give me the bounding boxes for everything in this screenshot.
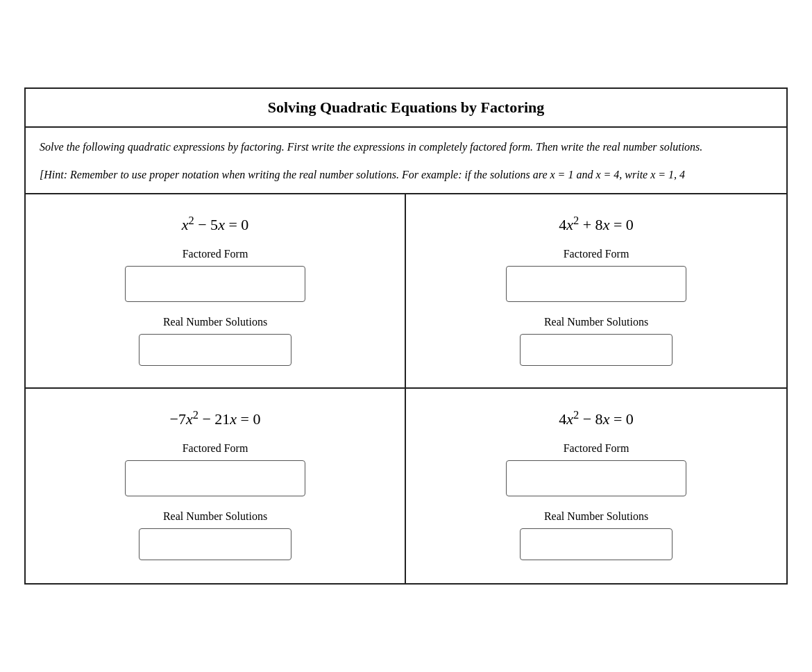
problems-grid: x2 − 5x = 0 Factored Form Real Number So… — [26, 194, 786, 583]
equation-3: −7x2 − 21x = 0 — [169, 408, 260, 428]
instructions-hint: [Hint: Remember to use proper notation w… — [40, 167, 772, 183]
solutions-input-3[interactable] — [139, 528, 291, 560]
solutions-input-4[interactable] — [520, 528, 673, 560]
solutions-label-4: Real Number Solutions — [544, 510, 648, 523]
page-title: Solving Quadratic Equations by Factoring — [268, 99, 545, 116]
problem-cell-4: 4x2 − 8x = 0 Factored Form Real Number S… — [406, 389, 786, 583]
problem-cell-1: x2 − 5x = 0 Factored Form Real Number So… — [26, 194, 406, 389]
factored-form-input-4[interactable] — [506, 460, 686, 496]
problem-cell-3: −7x2 − 21x = 0 Factored Form Real Number… — [26, 389, 406, 583]
equation-4: 4x2 − 8x = 0 — [559, 408, 634, 428]
problem-cell-2: 4x2 + 8x = 0 Factored Form Real Number S… — [406, 194, 786, 389]
worksheet: Solving Quadratic Equations by Factoring… — [24, 87, 788, 585]
instructions-main: Solve the following quadratic expression… — [40, 139, 772, 156]
solutions-input-1[interactable] — [139, 334, 291, 366]
equation-1: x2 − 5x = 0 — [182, 214, 249, 234]
factored-form-input-2[interactable] — [506, 266, 686, 302]
solutions-input-2[interactable] — [520, 334, 673, 366]
factored-form-label-4: Factored Form — [564, 442, 629, 455]
title-row: Solving Quadratic Equations by Factoring — [26, 89, 786, 128]
solutions-label-3: Real Number Solutions — [163, 510, 267, 523]
factored-form-input-3[interactable] — [125, 460, 305, 496]
solutions-label-1: Real Number Solutions — [163, 316, 267, 328]
factored-form-label-1: Factored Form — [183, 248, 248, 260]
factored-form-label-3: Factored Form — [183, 442, 248, 455]
factored-form-input-1[interactable] — [125, 266, 305, 302]
factored-form-label-2: Factored Form — [564, 248, 629, 260]
instructions-row: Solve the following quadratic expression… — [26, 128, 786, 194]
equation-2: 4x2 + 8x = 0 — [559, 214, 634, 234]
solutions-label-2: Real Number Solutions — [544, 316, 648, 328]
